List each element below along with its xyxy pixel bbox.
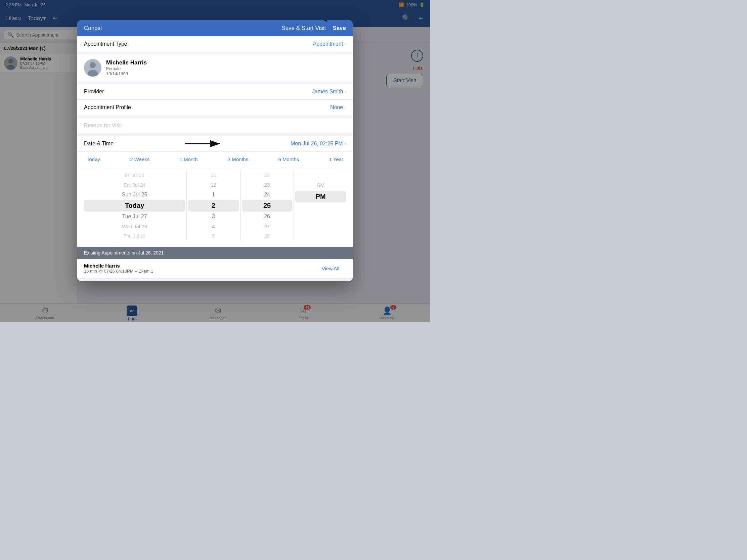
provider-value[interactable]: James Smith › bbox=[312, 89, 346, 95]
provider-section: Provider James Smith › Appointment Profi… bbox=[77, 84, 353, 115]
reason-placeholder: Reason for Visit bbox=[84, 123, 122, 128]
hour-item: 5 bbox=[188, 231, 239, 241]
ampm-col[interactable]: AM PM bbox=[295, 170, 346, 241]
existing-appointments: Existing Appointments on Jul 26, 2021 Mi… bbox=[77, 247, 353, 278]
datetime-chevron: › bbox=[344, 141, 346, 147]
hour-item: 1 bbox=[188, 190, 239, 200]
spinner-divider bbox=[186, 170, 187, 241]
hour-item-selected: 2 bbox=[188, 200, 239, 212]
appointment-profile-row[interactable]: Appointment Profile None › bbox=[77, 100, 353, 115]
modal-header-right: Save & Start Visit Save bbox=[281, 25, 346, 31]
minute-item: 27 bbox=[242, 221, 292, 231]
hour-item: 11 bbox=[188, 170, 239, 180]
date-spinner[interactable]: Fri Jul 23 Sat Jul 24 Sun Jul 25 Today T… bbox=[77, 167, 353, 244]
existing-appt-name: Michelle Harris bbox=[84, 263, 153, 269]
view-all-button[interactable]: View All bbox=[315, 263, 346, 274]
save-button[interactable]: Save bbox=[333, 25, 346, 31]
svg-point-6 bbox=[90, 62, 96, 68]
datetime-row[interactable]: Date & Time Mon Jul bbox=[77, 136, 353, 152]
three-months-quick-btn[interactable]: 3 Months bbox=[225, 155, 251, 163]
datetime-arrow bbox=[185, 139, 225, 149]
patient-avatar bbox=[84, 59, 101, 77]
appointment-type-label: Appointment Type bbox=[84, 41, 127, 47]
date-item-selected: Today bbox=[84, 200, 185, 212]
minute-item: 24 bbox=[242, 190, 292, 200]
patient-dob: 10/14/1999 bbox=[106, 71, 346, 76]
date-item: Wed Jul 28 bbox=[84, 221, 185, 231]
date-item: Thu Jul 29 bbox=[84, 231, 185, 241]
minute-item: 28 bbox=[242, 231, 292, 241]
appointment-profile-chevron: › bbox=[344, 105, 346, 110]
six-months-quick-btn[interactable]: 6 Months bbox=[276, 155, 302, 163]
appointment-type-chevron: › bbox=[344, 41, 346, 47]
one-month-quick-btn[interactable]: 1 Month bbox=[177, 155, 200, 163]
patient-info: Michelle Harris Female 10/14/1999 bbox=[106, 59, 346, 76]
provider-label: Provider bbox=[84, 89, 104, 95]
modal-header: Cancel Save & Start Visit Save bbox=[77, 20, 353, 36]
patient-gender: Female bbox=[106, 66, 346, 71]
one-year-quick-btn[interactable]: 1 Year bbox=[326, 155, 346, 163]
appointment-profile-label: Appointment Profile bbox=[84, 104, 131, 110]
minute-item: 26 bbox=[242, 212, 292, 221]
appointment-type-section: Appointment Type Appointment › bbox=[77, 36, 353, 52]
spinner-divider bbox=[293, 170, 294, 241]
save-start-visit-button[interactable]: Save & Start Visit bbox=[281, 25, 326, 31]
minute-item-selected: 25 bbox=[242, 200, 292, 212]
appointment-profile-value[interactable]: None › bbox=[330, 104, 346, 110]
reason-row[interactable]: Reason for Visit bbox=[77, 118, 353, 133]
date-col[interactable]: Fri Jul 23 Sat Jul 24 Sun Jul 25 Today T… bbox=[84, 170, 185, 241]
svg-line-4 bbox=[310, 20, 327, 22]
modal-body: Appointment Type Appointment › bbox=[77, 36, 353, 281]
minute-col[interactable]: 22 23 24 25 26 27 28 bbox=[242, 170, 292, 241]
today-quick-btn[interactable]: Today bbox=[84, 155, 103, 163]
hour-item: 12 bbox=[188, 180, 239, 190]
minute-item: 23 bbox=[242, 180, 292, 190]
existing-appts-header: Existing Appointments on Jul 26, 2021 bbox=[77, 247, 353, 259]
modal-overlay: Cancel Save & Start Visit Save bbox=[0, 0, 430, 322]
cancel-button[interactable]: Cancel bbox=[84, 25, 102, 31]
datetime-label: Date & Time bbox=[84, 141, 113, 147]
existing-appt-item[interactable]: Michelle Harris 15 min @ 07/26 04:10PM –… bbox=[77, 259, 353, 278]
patient-row: Michelle Harris Female 10/14/1999 bbox=[77, 54, 353, 81]
date-item: Fri Jul 23 bbox=[84, 170, 185, 180]
hour-item: 4 bbox=[188, 221, 239, 231]
provider-row[interactable]: Provider James Smith › bbox=[77, 84, 353, 100]
am-item: AM bbox=[295, 170, 346, 191]
datetime-section: Date & Time Mon Jul bbox=[77, 136, 353, 278]
provider-chevron: › bbox=[344, 89, 346, 94]
appointment-type-row[interactable]: Appointment Type Appointment › bbox=[77, 36, 353, 52]
spinner-divider bbox=[240, 170, 240, 241]
patient-name: Michelle Harris bbox=[106, 59, 346, 66]
datetime-value[interactable]: Mon Jul 26, 02:25 PM › bbox=[290, 141, 346, 147]
existing-appt-detail: 15 min @ 07/26 04:10PM – Exam 1 bbox=[84, 269, 153, 274]
date-item: Sun Jul 25 bbox=[84, 190, 185, 200]
quick-dates: Today 2 Weeks 1 Month 3 Months 6 Months … bbox=[77, 152, 353, 167]
date-item: Tue Jul 27 bbox=[84, 212, 185, 221]
minute-item: 22 bbox=[242, 170, 292, 180]
date-item: Sat Jul 24 bbox=[84, 180, 185, 190]
pm-item-selected: PM bbox=[295, 191, 346, 203]
appointment-type-value[interactable]: Appointment › bbox=[313, 41, 346, 47]
hour-col[interactable]: 11 12 1 2 3 4 5 bbox=[188, 170, 239, 241]
two-weeks-quick-btn[interactable]: 2 Weeks bbox=[127, 155, 152, 163]
modal-dialog: Cancel Save & Start Visit Save bbox=[77, 20, 353, 281]
hour-item: 3 bbox=[188, 212, 239, 221]
